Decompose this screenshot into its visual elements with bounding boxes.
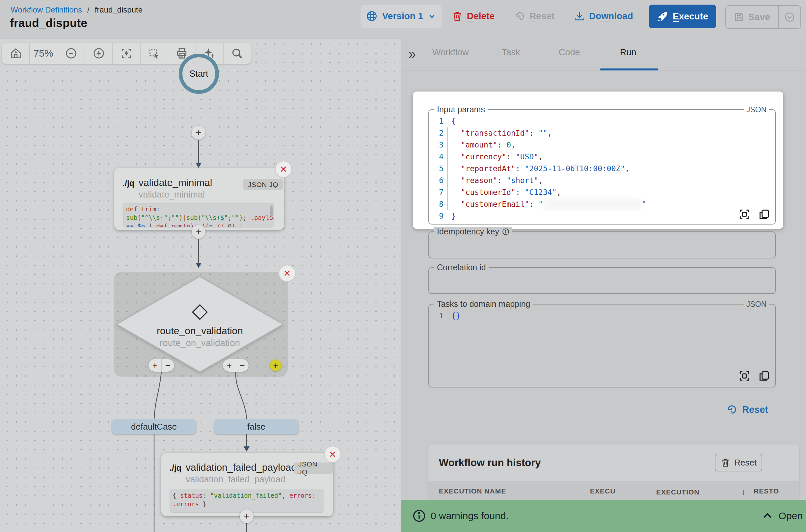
remove-validate-node-button[interactable]: ✕ [275, 161, 292, 178]
sort-desc-icon[interactable]: ↓ [739, 487, 746, 496]
task-node-validate-minimal[interactable]: ./jq validate_minimal validate_minimal J… [114, 168, 284, 230]
trash-icon [721, 458, 730, 468]
chevron-down-icon [428, 12, 436, 20]
editor-line[interactable]: 1{ [431, 115, 772, 127]
tab-task[interactable]: Task [502, 48, 520, 58]
history-reset-button[interactable]: Reset [715, 454, 762, 471]
breadcrumb-link[interactable]: Workflow Definitions [11, 5, 82, 15]
version-label: Version 1 [382, 11, 423, 21]
start-label: Start [189, 69, 208, 79]
input-params-fieldset[interactable]: Input params JSON 1{2 "transactionId": "… [428, 109, 776, 225]
add-task-after-failed-button[interactable]: + [240, 509, 253, 523]
branch-right-remove-button[interactable]: − [236, 359, 249, 372]
home-button[interactable] [2, 43, 30, 64]
code-token: "" [538, 129, 548, 137]
line-number: 5 [431, 163, 447, 174]
domain-mapping-editor[interactable]: 1{} [431, 310, 772, 322]
history-column-2[interactable]: EXECU [590, 487, 615, 495]
tab-code[interactable]: Code [559, 48, 580, 58]
input-params-editor[interactable]: 1{2 "transactionId": "",3 "amount": 0,4 … [431, 115, 772, 222]
expand-editor-icon[interactable] [738, 208, 751, 221]
line-number: 3 [431, 139, 447, 151]
branch-left-add-button[interactable]: + [149, 359, 162, 372]
editor-line[interactable]: 4 "currency": "USD", [431, 151, 772, 163]
zoom-out-button[interactable] [57, 43, 85, 64]
add-task-after-start-button[interactable]: + [192, 126, 206, 139]
line-number: 2 [431, 127, 447, 139]
code-token: // [217, 223, 228, 227]
run-form-reset-button[interactable]: Reset [726, 404, 768, 416]
circle-chevron-down-icon [784, 12, 795, 23]
branch-chip-false[interactable]: false [214, 419, 298, 434]
collapse-panel-icon[interactable]: » [408, 47, 416, 61]
code-token: | [183, 214, 186, 221]
editor-line[interactable]: 3 "amount": 0, [431, 139, 772, 151]
redacted-value [543, 199, 642, 209]
branch-right-add-button[interactable]: + [223, 359, 236, 372]
trash-icon [452, 11, 463, 22]
version-selector[interactable]: Version 1 [361, 5, 442, 28]
line-content: } [447, 210, 456, 222]
tab-workflow[interactable]: Workflow [432, 48, 469, 58]
task-type-label: ./jq [122, 178, 134, 188]
breadcrumb-current: fraud_dispute [95, 5, 142, 15]
tab-run[interactable]: Run [620, 48, 636, 58]
code-token: "amount" [461, 140, 498, 149]
task-code-preview: def trim:sub("^\\s+";"")|sub("\\s+$";"")… [123, 203, 274, 227]
domain-mapping-fieldset[interactable]: Tasks to domain mapping JSON 1{} [428, 304, 776, 387]
code-token: " [538, 200, 543, 208]
add-task-after-validate-button[interactable]: + [192, 225, 206, 239]
expand-editor-icon[interactable] [738, 370, 751, 382]
execute-button[interactable]: Execute [649, 5, 716, 28]
code-token: sub("\\s+$";"") [186, 214, 243, 221]
delete-button[interactable]: Delete [452, 5, 495, 28]
fit-view-button[interactable] [113, 43, 140, 64]
code-token [452, 200, 461, 208]
code-token: "validation_failed" [210, 492, 282, 499]
copy-icon[interactable] [758, 370, 770, 382]
history-column-4[interactable]: RESTO [754, 487, 779, 495]
decision-node-container[interactable] [114, 272, 288, 377]
branch-chip-defaultcase[interactable]: defaultCase [112, 419, 196, 434]
editor-line[interactable]: 6 "reason": "short", [431, 174, 772, 186]
editor-line[interactable]: 2 "transactionId": "", [431, 127, 772, 139]
history-column-3[interactable]: EXECUTION ↓ [656, 487, 746, 496]
reset-button-top: Reset [514, 5, 554, 28]
copy-icon[interactable] [758, 208, 770, 221]
code-line: def trim: [126, 205, 271, 213]
code-token: } [199, 500, 207, 508]
task-badge: JSON JQ [294, 462, 333, 474]
line-number: 1 [431, 310, 447, 322]
code-token: "transactionId" [461, 129, 530, 137]
code-token: " [642, 200, 646, 208]
idempotency-key-field[interactable]: Idempotency key [428, 231, 776, 259]
editor-line[interactable]: 5 "reportedAt": "2025-11-06T10:00:00Z", [431, 163, 772, 174]
code-scrollbar[interactable] [270, 205, 273, 216]
add-branch-button[interactable]: + [270, 360, 282, 371]
zoom-level[interactable]: 75% [30, 43, 57, 64]
save-button[interactable]: Save [726, 6, 779, 28]
open-warnings-button[interactable]: Open [762, 510, 803, 522]
editor-line[interactable]: 9} [431, 210, 772, 222]
editor-line[interactable]: 7 "customerId": "C1234", [431, 186, 772, 198]
history-column-1[interactable]: EXECUTION NAME [439, 487, 506, 495]
zoom-in-button[interactable] [85, 43, 113, 64]
code-token: "C1234" [525, 188, 557, 196]
download-button[interactable]: Download [574, 5, 633, 28]
code-token: "customerId" [461, 188, 516, 196]
branch-left-remove-button[interactable]: − [162, 359, 174, 372]
editor-line[interactable]: 1{} [431, 310, 772, 322]
search-canvas-button[interactable] [224, 43, 251, 64]
code-token: "currency" [461, 152, 506, 161]
select-area-button[interactable] [140, 43, 168, 64]
editor-line[interactable]: 8 "customerEmail": "" [431, 198, 772, 210]
task-node-validation-failed-payload[interactable]: ./jq validation_failed_payload validatio… [161, 453, 333, 516]
correlation-id-label: Correlation id [437, 263, 486, 272]
decision-title: route_on_validation [134, 325, 266, 337]
remove-decision-node-button[interactable]: ✕ [279, 265, 296, 282]
start-node[interactable]: Start [179, 54, 219, 94]
save-options-button[interactable] [779, 6, 801, 28]
correlation-id-field[interactable]: Correlation id [428, 267, 776, 294]
code-token: errors [289, 492, 312, 499]
remove-failed-node-button[interactable]: ✕ [324, 446, 341, 463]
